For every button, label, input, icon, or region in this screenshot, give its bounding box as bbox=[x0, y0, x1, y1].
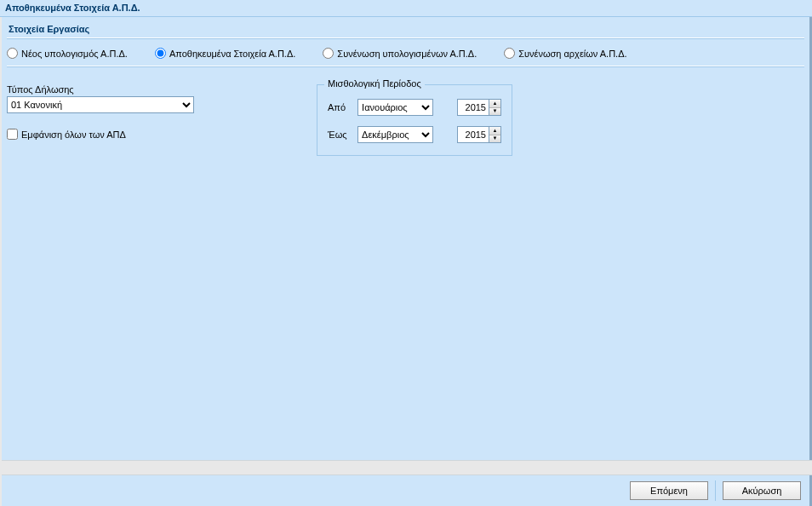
spacer bbox=[238, 84, 289, 156]
period-column: Μισθολογική Περίοδος Από Ιανουάριος ▲ ▼ bbox=[317, 84, 512, 156]
period-from-row: Από Ιανουάριος ▲ ▼ bbox=[328, 99, 501, 116]
radio-saved-data-label: Αποθηκευμένα Στοιχεία Α.Π.Δ. bbox=[169, 49, 295, 59]
radio-saved-data[interactable]: Αποθηκευμένα Στοιχεία Α.Π.Δ. bbox=[155, 48, 295, 59]
radio-merge-files-input[interactable] bbox=[504, 48, 515, 59]
period-from-label: Από bbox=[328, 102, 349, 112]
window-title: Αποθηκευμένα Στοιχεία Α.Π.Δ. bbox=[0, 0, 812, 17]
section-separator-2 bbox=[7, 66, 804, 67]
period-to-year-spinner[interactable]: ▲ ▼ bbox=[457, 126, 501, 143]
radio-new-calc-input[interactable] bbox=[7, 48, 18, 59]
spin-up-icon[interactable]: ▲ bbox=[489, 100, 500, 108]
show-all-apd-checkbox[interactable] bbox=[7, 129, 18, 140]
radio-merge-calcs-input[interactable] bbox=[323, 48, 334, 59]
section-header: Στοιχεία Εργασίας bbox=[9, 24, 804, 34]
button-bar: Επόμενη Ακύρωση bbox=[2, 475, 812, 506]
window: Αποθηκευμένα Στοιχεία Α.Π.Δ. Στοιχεία Ερ… bbox=[0, 0, 812, 506]
work-mode-radio-group: Νέος υπολογισμός Α.Π.Δ. Αποθηκευμένα Στο… bbox=[7, 46, 804, 62]
spin-down-icon[interactable]: ▼ bbox=[489, 108, 500, 116]
form-row: Τύπος Δήλωσης 01 Κανονική Εμφάνιση όλων … bbox=[7, 84, 804, 156]
declaration-type-label: Τύπος Δήλωσης bbox=[7, 84, 211, 95]
period-from-year-spinner[interactable]: ▲ ▼ bbox=[457, 99, 501, 116]
gap-panel bbox=[2, 460, 812, 475]
period-to-year-spin-buttons: ▲ ▼ bbox=[489, 127, 500, 142]
button-separator bbox=[715, 480, 716, 501]
period-from-month-select[interactable]: Ιανουάριος bbox=[357, 99, 433, 116]
main-panel: Στοιχεία Εργασίας Νέος υπολογισμός Α.Π.Δ… bbox=[2, 17, 812, 460]
period-fieldset: Μισθολογική Περίοδος Από Ιανουάριος ▲ ▼ bbox=[317, 84, 512, 156]
cancel-button[interactable]: Ακύρωση bbox=[723, 481, 801, 500]
radio-new-calc-label: Νέος υπολογισμός Α.Π.Δ. bbox=[21, 49, 128, 59]
period-to-label: Έως bbox=[328, 129, 349, 140]
period-legend: Μισθολογική Περίοδος bbox=[324, 78, 425, 89]
next-button[interactable]: Επόμενη bbox=[630, 481, 708, 500]
show-all-apd-label: Εμφάνιση όλων των ΑΠΔ bbox=[21, 129, 126, 140]
period-from-year-input[interactable] bbox=[458, 100, 489, 115]
period-to-month-select[interactable]: Δεκέμβριος bbox=[357, 126, 433, 143]
window-title-text: Αποθηκευμένα Στοιχεία Α.Π.Δ. bbox=[5, 3, 140, 13]
declaration-type-select[interactable]: 01 Κανονική bbox=[7, 96, 194, 113]
radio-merge-calcs[interactable]: Συνένωση υπολογισμένων Α.Π.Δ. bbox=[323, 48, 477, 59]
radio-merge-files-label: Συνένωση αρχείων Α.Π.Δ. bbox=[518, 49, 626, 59]
spin-up-icon[interactable]: ▲ bbox=[489, 127, 500, 135]
period-from-year-spin-buttons: ▲ ▼ bbox=[489, 100, 500, 115]
left-column: Τύπος Δήλωσης 01 Κανονική Εμφάνιση όλων … bbox=[7, 84, 211, 156]
period-to-row: Έως Δεκέμβριος ▲ ▼ bbox=[328, 126, 501, 143]
section-separator bbox=[7, 37, 804, 39]
radio-new-calc[interactable]: Νέος υπολογισμός Α.Π.Δ. bbox=[7, 48, 128, 59]
radio-merge-calcs-label: Συνένωση υπολογισμένων Α.Π.Δ. bbox=[337, 49, 477, 59]
period-to-year-input[interactable] bbox=[458, 127, 489, 142]
radio-merge-files[interactable]: Συνένωση αρχείων Α.Π.Δ. bbox=[504, 48, 626, 59]
radio-saved-data-input[interactable] bbox=[155, 48, 166, 59]
spin-down-icon[interactable]: ▼ bbox=[489, 135, 500, 143]
